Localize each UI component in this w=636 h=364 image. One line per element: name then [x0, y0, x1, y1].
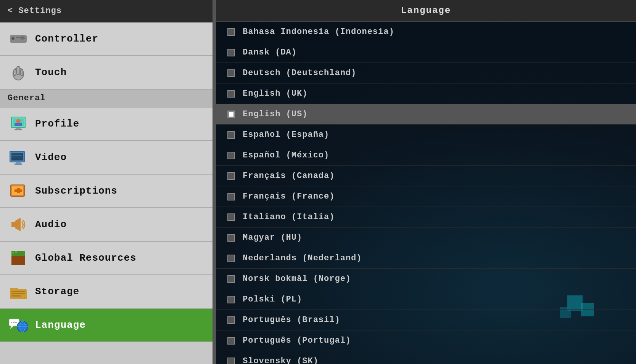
svg-rect-9 — [22, 38, 23, 40]
language-item[interactable]: Bahasa Indonesia (Indonesia) — [216, 22, 636, 42]
svg-rect-10 — [22, 36, 23, 38]
language-checkbox — [227, 275, 235, 283]
sidebar-item-video[interactable]: Video — [0, 141, 213, 175]
language-checkbox — [227, 213, 235, 221]
language-label: Norsk bokmål (Norge) — [243, 274, 351, 284]
sidebar-item-storage[interactable]: Storage — [0, 275, 213, 309]
svg-rect-11 — [16, 37, 18, 38]
global-resources-label: Global Resources — [35, 252, 137, 264]
language-checkbox — [227, 131, 235, 139]
svg-rect-12 — [18, 37, 20, 38]
language-item[interactable]: Português (Brasil) — [216, 310, 636, 330]
video-icon — [8, 147, 29, 168]
language-item[interactable]: Dansk (DA) — [216, 42, 636, 63]
language-label: Italiano (Italia) — [243, 212, 335, 222]
language-item[interactable]: Norsk bokmål (Norge) — [216, 269, 636, 289]
sidebar: < Settings — [0, 0, 214, 364]
svg-rect-21 — [16, 128, 21, 129]
sidebar-item-language[interactable]: Language — [0, 309, 213, 342]
svg-rect-25 — [12, 154, 22, 154]
right-panel: Language Bahasa Indonesia (Indonesia)Dan… — [216, 0, 636, 364]
sidebar-item-subscriptions[interactable]: Subscriptions — [0, 175, 213, 208]
language-label: English (UK) — [243, 89, 308, 98]
language-label: Deutsch (Deutschland) — [243, 68, 356, 78]
video-label: Video — [35, 152, 67, 163]
svg-rect-46 — [11, 295, 21, 297]
svg-rect-34 — [11, 222, 15, 227]
sidebar-item-global-resources[interactable]: Global Resources — [0, 242, 213, 275]
language-item[interactable]: English (UK) — [216, 83, 636, 104]
svg-rect-4 — [12, 37, 14, 38]
language-checkbox — [227, 296, 235, 303]
sidebar-item-audio[interactable]: Audio — [0, 208, 213, 242]
language-label: Português (Brasil) — [243, 315, 340, 325]
sidebar-item-controller[interactable]: Controller — [0, 22, 213, 56]
svg-rect-50 — [13, 322, 14, 323]
storage-label: Storage — [35, 286, 79, 297]
svg-rect-19 — [16, 119, 21, 123]
language-item[interactable]: Deutsch (Deutschland) — [216, 63, 636, 83]
sidebar-item-touch[interactable]: Touch — [0, 56, 213, 90]
subscriptions-icon — [8, 180, 29, 202]
general-section-header: General — [0, 90, 213, 107]
language-label: Nederlands (Nederland) — [243, 253, 362, 263]
language-checkbox — [227, 255, 235, 262]
svg-rect-38 — [12, 252, 14, 253]
svg-rect-15 — [14, 69, 16, 75]
sidebar-item-profile[interactable]: Profile — [0, 107, 213, 141]
subscriptions-label: Subscriptions — [35, 185, 118, 197]
language-checkbox — [227, 358, 235, 364]
sidebar-header: < Settings — [0, 0, 213, 22]
language-item[interactable]: Polski (PL) — [216, 289, 636, 310]
global-resources-icon — [8, 247, 29, 269]
language-checkbox — [227, 152, 235, 159]
controller-label: Controller — [35, 33, 98, 45]
language-item[interactable]: English (US) — [216, 104, 636, 125]
language-checkbox — [227, 337, 235, 345]
svg-rect-45 — [11, 293, 25, 294]
language-label: Dansk (DA) — [243, 48, 297, 57]
language-checkbox — [227, 28, 235, 36]
svg-rect-16 — [21, 69, 23, 75]
language-checkbox — [227, 172, 235, 180]
language-checkbox — [227, 90, 235, 98]
language-item[interactable]: Italiano (Italia) — [216, 207, 636, 228]
language-item[interactable]: Português (Portugal) — [216, 330, 636, 351]
touch-label: Touch — [35, 67, 67, 78]
svg-rect-27 — [12, 157, 22, 157]
sidebar-items-list: Controller Touch General — [0, 22, 213, 364]
svg-rect-22 — [14, 129, 22, 130]
svg-rect-33 — [14, 189, 22, 192]
language-checkbox — [227, 111, 235, 118]
language-checkbox — [227, 193, 235, 200]
audio-icon — [8, 214, 29, 235]
language-item[interactable]: Magyar (HU) — [216, 228, 636, 248]
language-label: Français (France) — [243, 192, 335, 201]
svg-rect-28 — [16, 162, 21, 164]
language-item[interactable]: Français (Canada) — [216, 166, 636, 186]
language-icon — [8, 314, 29, 336]
language-item[interactable]: Español (España) — [216, 125, 636, 145]
language-item[interactable]: Slovensky (SK) — [216, 351, 636, 364]
svg-rect-51 — [15, 322, 17, 323]
language-label: Español (México) — [243, 151, 329, 160]
language-item[interactable]: Français (France) — [216, 186, 636, 207]
svg-rect-41 — [23, 252, 24, 253]
svg-rect-14 — [17, 66, 20, 75]
language-label: Bahasa Indonesia (Indonesia) — [243, 27, 394, 37]
svg-marker-35 — [15, 218, 21, 231]
back-button[interactable]: < Settings — [8, 6, 205, 16]
language-checkbox — [227, 316, 235, 324]
right-panel-header: Language — [216, 0, 636, 22]
audio-label: Audio — [35, 219, 67, 230]
svg-rect-49 — [11, 322, 12, 323]
profile-icon — [8, 113, 29, 135]
svg-rect-26 — [12, 155, 22, 156]
language-label: Français (Canada) — [243, 171, 335, 181]
language-item[interactable]: Nederlands (Nederland) — [216, 248, 636, 269]
language-checkbox — [227, 234, 235, 242]
language-label: Polski (PL) — [243, 295, 302, 304]
svg-rect-39 — [15, 251, 17, 253]
language-item[interactable]: Español (México) — [216, 145, 636, 166]
main-container: < Settings — [0, 0, 636, 364]
